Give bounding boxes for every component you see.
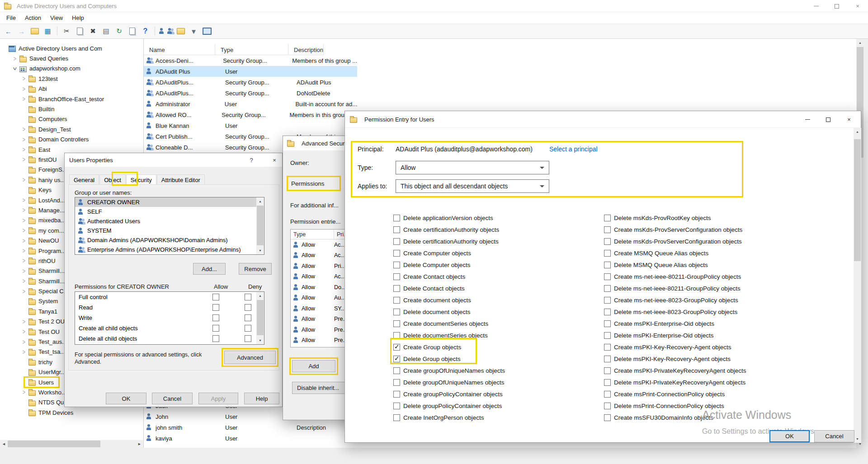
chevron-icon[interactable] bbox=[20, 266, 28, 276]
permission-option[interactable]: Delete groupPolicyContainer objects bbox=[393, 400, 505, 412]
allow-checkbox[interactable] bbox=[212, 314, 219, 321]
permission-option[interactable]: Delete applicationVersion objects bbox=[393, 212, 505, 224]
principal-item[interactable]: Domain Admins (ADAPWORKSHOP\Domain Admin… bbox=[75, 235, 264, 245]
permission-row[interactable]: Write bbox=[75, 313, 264, 323]
list-item[interactable]: Allowed RO... Security Group... Members … bbox=[144, 109, 357, 120]
permission-checkbox[interactable] bbox=[604, 309, 611, 315]
forward-icon[interactable]: → bbox=[15, 26, 28, 37]
permission-checkbox[interactable] bbox=[604, 379, 611, 386]
permission-option[interactable]: Delete ms-net-ieee-80211-GroupPolicy obj… bbox=[604, 282, 746, 294]
permission-option[interactable]: Create Contact objects bbox=[393, 271, 505, 282]
type-column-header[interactable]: Type bbox=[291, 230, 334, 239]
toolbar-separator[interactable] bbox=[57, 27, 57, 36]
close-button[interactable]: × bbox=[839, 111, 859, 128]
permission-checkbox[interactable] bbox=[604, 332, 611, 339]
permission-option[interactable]: Delete msPKI-PrivateKeyRecoveryAgent obj… bbox=[604, 376, 746, 388]
up-level-icon[interactable] bbox=[28, 26, 41, 37]
permission-checkbox[interactable] bbox=[393, 226, 400, 233]
chevron-icon[interactable] bbox=[20, 398, 28, 408]
chevron-icon[interactable] bbox=[20, 104, 28, 114]
list-item[interactable]: kaviya User bbox=[144, 433, 357, 444]
minimize-button[interactable] bbox=[797, 111, 818, 128]
list-item[interactable]: Administrator User Built-in account for … bbox=[144, 98, 357, 109]
remove-button[interactable]: Remove bbox=[239, 263, 272, 275]
permission-option[interactable]: Create msPrint-ConnectionPolicy objects bbox=[604, 388, 746, 400]
permission-checkbox[interactable] bbox=[604, 356, 611, 362]
permission-option[interactable]: Create msKds-ProvServerConfiguration obj… bbox=[604, 224, 746, 235]
permission-option[interactable]: Delete msKds-ProvServerConfiguration obj… bbox=[604, 235, 746, 247]
scroll-up-icon[interactable]: ▲ bbox=[856, 39, 864, 47]
permission-checkbox[interactable] bbox=[604, 367, 611, 374]
menu-item[interactable]: Action bbox=[20, 14, 46, 21]
maximize-button[interactable] bbox=[826, 0, 847, 12]
maximize-button[interactable] bbox=[818, 111, 839, 128]
permission-checkbox[interactable] bbox=[393, 297, 400, 304]
principal-listbox[interactable]: CREATOR OWNER SELF Authenticated Users S… bbox=[75, 197, 264, 255]
permission-option[interactable]: Delete Contact objects bbox=[393, 282, 505, 294]
chevron-icon[interactable] bbox=[20, 236, 28, 246]
allow-checkbox[interactable] bbox=[212, 294, 219, 300]
scroll-thumb[interactable] bbox=[8, 441, 100, 447]
chevron-icon[interactable] bbox=[20, 306, 28, 316]
permission-option[interactable]: Create ms-net-ieee-8023-GroupPolicy obje… bbox=[604, 294, 746, 306]
permission-row[interactable]: Full control bbox=[75, 292, 264, 302]
tree-item[interactable]: Saved Queries bbox=[0, 53, 143, 63]
scroll-left-icon[interactable]: ◀ bbox=[0, 440, 8, 448]
permission-checkbox[interactable] bbox=[604, 262, 611, 268]
tree-item[interactable]: Design_Test bbox=[0, 124, 143, 134]
permission-option[interactable]: Create msPKI-Key-Recovery-Agent objects bbox=[604, 341, 746, 353]
allow-checkbox[interactable] bbox=[212, 335, 219, 342]
permission-option[interactable]: Delete document objects bbox=[393, 306, 505, 318]
permission-checkbox[interactable] bbox=[604, 297, 611, 304]
chevron-icon[interactable] bbox=[20, 195, 28, 205]
add-button[interactable]: Add... bbox=[193, 263, 226, 275]
column-header[interactable]: Description bbox=[288, 44, 324, 55]
permission-option[interactable]: Delete msPKI-Enterprise-Oid objects bbox=[604, 329, 746, 341]
chevron-icon[interactable] bbox=[20, 165, 28, 175]
chevron-icon[interactable] bbox=[11, 64, 19, 74]
tab-permissions[interactable]: Permissions bbox=[291, 180, 325, 187]
permission-option[interactable]: Create certificationAuthority objects bbox=[393, 224, 505, 235]
menu-item[interactable]: File bbox=[2, 14, 20, 21]
permission-checkbox[interactable] bbox=[393, 238, 400, 245]
help-icon[interactable]: ? bbox=[139, 26, 151, 37]
list-item[interactable]: ADAuditPlus... Security Group... DoNotDe… bbox=[144, 88, 357, 98]
refresh-icon[interactable]: ↻ bbox=[113, 26, 125, 37]
add-button[interactable]: Add bbox=[292, 360, 335, 372]
chevron-icon[interactable] bbox=[20, 135, 28, 145]
permission-checkbox[interactable] bbox=[393, 356, 400, 362]
permission-checkbox[interactable] bbox=[393, 250, 400, 257]
column-header[interactable]: Name bbox=[144, 44, 215, 55]
delete-icon[interactable]: ✖ bbox=[87, 26, 99, 37]
help-button[interactable]: Help bbox=[244, 393, 279, 404]
close-button[interactable]: × bbox=[267, 153, 282, 167]
chevron-icon[interactable] bbox=[20, 74, 28, 84]
permission-option[interactable]: Delete groupOfUniqueNames objects bbox=[393, 376, 505, 388]
chevron-icon[interactable] bbox=[20, 296, 28, 306]
permission-option[interactable]: Create MSMQ Queue Alias objects bbox=[604, 247, 746, 259]
chevron-icon[interactable] bbox=[20, 185, 28, 195]
permission-option[interactable]: Create groupPolicyContainer objects bbox=[393, 388, 505, 400]
permission-checkbox[interactable] bbox=[393, 344, 400, 351]
chevron-icon[interactable] bbox=[20, 205, 28, 215]
permission-option[interactable]: Delete msPKI-Key-Recovery-Agent objects bbox=[604, 353, 746, 365]
scroll-thumb[interactable] bbox=[257, 206, 264, 245]
list-item[interactable]: Blue Kannan User bbox=[144, 120, 357, 131]
permission-option[interactable]: Create documentSeries objects bbox=[393, 318, 505, 329]
permission-checkbox[interactable] bbox=[393, 215, 400, 221]
permission-option[interactable]: Create document objects bbox=[393, 294, 505, 306]
chevron-icon[interactable] bbox=[20, 286, 28, 296]
chevron-icon[interactable] bbox=[20, 175, 28, 185]
deny-checkbox[interactable] bbox=[245, 314, 251, 321]
chevron-icon[interactable] bbox=[20, 367, 28, 377]
permission-checkbox[interactable] bbox=[604, 320, 611, 327]
allow-checkbox[interactable] bbox=[212, 304, 219, 311]
scroll-thumb[interactable] bbox=[854, 139, 861, 261]
tree-item[interactable]: 123test bbox=[0, 74, 143, 84]
scroll-down-icon[interactable]: ▼ bbox=[854, 435, 861, 443]
permission-checkbox[interactable] bbox=[604, 344, 611, 351]
permission-checkbox[interactable] bbox=[393, 414, 400, 421]
chevron-icon[interactable] bbox=[20, 256, 28, 266]
permission-checkbox[interactable] bbox=[393, 379, 400, 386]
scroll-up-icon[interactable]: ▲ bbox=[854, 128, 861, 136]
